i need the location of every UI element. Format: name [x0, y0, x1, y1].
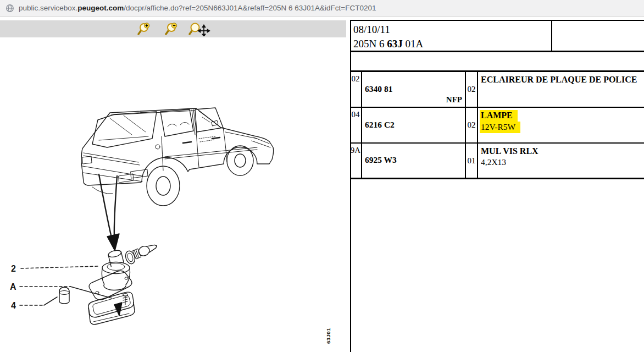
part-title-highlighted: LAMPE: [480, 110, 518, 122]
parts-table: 02 6340 81 NFP 02 ECLAIREUR DE PLAQUE DE…: [350, 72, 644, 179]
sheet-code: 63J01: [325, 328, 331, 344]
part-note: NFP: [446, 95, 462, 105]
part-title: ECLAIREUR DE PLAQUE DE POLICE: [481, 75, 637, 84]
part-position: 02: [350, 72, 362, 107]
doc-header-ref-cell: 08/10/11 205N 6 63J 01A: [350, 21, 551, 51]
part-number: 6216 C2: [365, 120, 395, 130]
part-number-cell: 6340 81 NFP: [362, 72, 466, 107]
part-subtitle-highlighted: 12V-R5W: [480, 122, 520, 133]
part-qty: 02: [466, 72, 478, 107]
url-prefix: public.servicebox.: [19, 4, 77, 12]
url-domain: peugeot.com: [77, 4, 124, 12]
screw-drawing: [114, 294, 127, 316]
grommet-drawing: [59, 287, 69, 304]
table-row: 04 6216 C2 02 LAMPE 12V-R5W: [350, 108, 644, 144]
zoom-pan-icon[interactable]: [188, 22, 210, 36]
part-subtitle: 4,2X13: [481, 157, 506, 167]
part-qty: 01: [466, 144, 478, 178]
part-number-cell: 6216 C2: [362, 108, 466, 142]
callout-label-A: A: [10, 282, 16, 292]
table-row: 9A 6925 W3 01 MUL VIS RLX 4,2X13: [350, 144, 644, 179]
base-plate-drawing: [89, 271, 132, 300]
zoom-out-icon[interactable]: [165, 22, 180, 36]
car-line-drawing: [81, 108, 274, 206]
part-position: 9A: [350, 144, 362, 178]
doc-date: 08/10/11: [353, 23, 551, 37]
part-description: ECLAIREUR DE PLAQUE DE POLICE: [478, 72, 644, 107]
url-text[interactable]: public.servicebox.peugeot.com/docpr/affi…: [19, 4, 376, 12]
zoom-toolbar: [0, 20, 346, 37]
doc-header-empty-cell: [551, 21, 644, 51]
url-bar[interactable]: public.servicebox.peugeot.com/docpr/affi…: [0, 0, 644, 16]
part-number: 6340 81: [365, 84, 392, 94]
part-description: MUL VIS RLX 4,2X13: [478, 144, 644, 178]
zoom-in-icon[interactable]: [137, 22, 153, 36]
doc-header: 08/10/11 205N 6 63J 01A: [350, 20, 644, 52]
part-number: 6925 W3: [365, 155, 397, 165]
globe-icon: [5, 4, 14, 13]
callout-label-4: 4: [11, 301, 16, 310]
part-qty: 02: [466, 108, 478, 142]
exploded-lamp-assembly: [59, 241, 159, 324]
url-path: /docpr/affiche.do?ref=205N663J01A&refaff…: [124, 4, 376, 12]
callout-label-2: 2: [11, 264, 16, 273]
location-arrow: [99, 174, 119, 251]
part-description: LAMPE 12V-R5W: [478, 108, 644, 142]
bulb-drawing: [132, 241, 158, 259]
part-title: MUL VIS RLX: [481, 146, 538, 156]
table-row: 02 6340 81 NFP 02 ECLAIREUR DE PLAQUE DE…: [350, 72, 644, 108]
down-arrow: [114, 302, 122, 316]
part-position: 04: [350, 108, 362, 142]
parts-diagram: 2 A 4 63J01: [0, 44, 346, 352]
seal-ring-drawing: [124, 250, 137, 265]
browser-window: public.servicebox.peugeot.com/docpr/affi…: [0, 0, 644, 352]
doc-reference: 205N 6 63J 01A: [353, 37, 551, 51]
part-number-cell: 6925 W3: [362, 144, 466, 178]
header-spacer-band: [350, 52, 644, 72]
